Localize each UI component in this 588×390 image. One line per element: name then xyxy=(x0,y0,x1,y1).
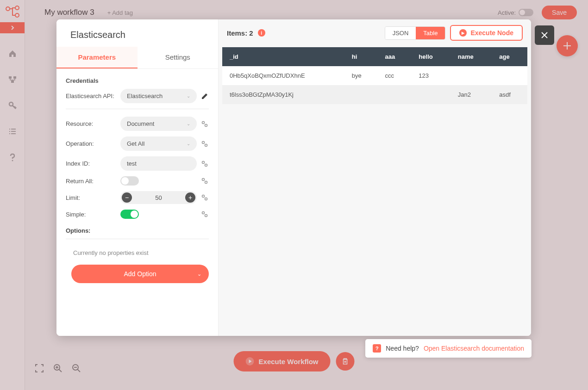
table-cell: asdf xyxy=(492,85,527,104)
table-cell: Jan2 xyxy=(450,85,492,104)
chevron-down-icon: ⌄ xyxy=(187,141,190,146)
return-all-gear-icon[interactable] xyxy=(200,178,209,184)
help-icon: ? xyxy=(373,344,381,353)
options-label: Options: xyxy=(66,227,209,234)
column-header: hello xyxy=(411,47,450,66)
svg-point-26 xyxy=(202,141,205,143)
chevron-down-icon: ⌄ xyxy=(187,121,190,126)
return-all-label: Return All: xyxy=(66,178,117,185)
operation-value: Get All xyxy=(127,140,144,147)
limit-decrement-button[interactable]: − xyxy=(122,192,132,203)
operation-gear-icon[interactable] xyxy=(200,141,209,147)
table-cell xyxy=(450,66,492,85)
view-toggle: JSON Table xyxy=(385,26,446,40)
tab-settings[interactable]: Settings xyxy=(138,47,219,68)
table-cell xyxy=(344,85,378,104)
items-count-label: Items: 2 xyxy=(227,29,253,37)
svg-point-24 xyxy=(202,121,205,124)
tabs: Parameters Settings xyxy=(56,47,218,69)
output-panel: Items: 2 i JSON Table ▶ Execute Node _id… xyxy=(219,19,531,336)
column-header: aaa xyxy=(378,47,412,66)
help-link[interactable]: Open Elasticsearch documentation xyxy=(424,345,524,352)
table-cell xyxy=(411,85,450,104)
output-table: _id hi aaa hello name age 0Hb5qXoBQxmOZf… xyxy=(222,47,527,104)
svg-point-25 xyxy=(205,124,207,126)
help-text: Need help? xyxy=(386,345,419,352)
index-id-input[interactable]: test xyxy=(120,156,197,171)
parameters-panel: Elasticsearch Parameters Settings Creden… xyxy=(56,19,219,336)
column-header: _id xyxy=(222,47,344,66)
resource-gear-icon[interactable] xyxy=(200,121,209,127)
limit-input[interactable]: − 50 + xyxy=(120,191,197,204)
svg-point-28 xyxy=(202,161,205,163)
chevron-down-icon: ⌄ xyxy=(187,93,190,99)
svg-point-34 xyxy=(202,212,205,214)
simple-label: Simple: xyxy=(66,211,117,218)
credentials-api-label: Elasticsearch API: xyxy=(66,93,117,99)
no-properties-text: Currently no properties exist xyxy=(66,247,209,262)
svg-point-29 xyxy=(205,164,207,166)
limit-gear-icon[interactable] xyxy=(200,194,209,201)
tab-parameters[interactable]: Parameters xyxy=(56,47,138,68)
credentials-api-value: Elasticsearch xyxy=(127,93,163,99)
table-row: 0Hb5qXoBQxmOZfUDXhnE bye ccc 123 xyxy=(222,66,527,85)
svg-point-32 xyxy=(202,195,205,198)
table-cell: 0Hb5qXoBQxmOZfUDXhnE xyxy=(222,66,344,85)
table-cell xyxy=(378,85,412,104)
table-cell: ccc xyxy=(378,66,412,85)
add-option-button[interactable]: Add Option ⌄ xyxy=(71,265,209,283)
info-icon[interactable]: i xyxy=(258,29,265,37)
credentials-api-select[interactable]: Elasticsearch ⌄ xyxy=(120,89,197,103)
add-option-label: Add Option xyxy=(124,270,156,278)
node-modal: Elasticsearch Parameters Settings Creden… xyxy=(56,19,531,336)
edit-credentials-icon[interactable] xyxy=(200,93,209,99)
chevron-down-icon: ⌄ xyxy=(197,271,201,277)
node-title: Elasticsearch xyxy=(56,19,218,47)
resource-select[interactable]: Document ⌄ xyxy=(120,117,197,131)
index-id-gear-icon[interactable] xyxy=(200,161,209,167)
index-id-label: Index ID: xyxy=(66,160,117,167)
svg-point-30 xyxy=(202,179,205,181)
resource-value: Document xyxy=(127,120,154,127)
credentials-section-label: Credentials xyxy=(66,77,209,84)
table-cell: t6lss3oBGtZpMA30y1Kj xyxy=(222,85,344,104)
operation-select[interactable]: Get All ⌄ xyxy=(120,136,197,151)
execute-node-button[interactable]: ▶ Execute Node xyxy=(450,25,523,41)
column-header: hi xyxy=(344,47,378,66)
operation-label: Operation: xyxy=(66,140,117,147)
svg-point-31 xyxy=(205,181,207,184)
execute-node-label: Execute Node xyxy=(470,29,513,37)
view-table-button[interactable]: Table xyxy=(416,27,445,39)
limit-label: Limit: xyxy=(66,194,117,201)
limit-increment-button[interactable]: + xyxy=(185,192,195,203)
limit-value: 50 xyxy=(133,194,184,201)
svg-point-35 xyxy=(205,215,207,217)
play-icon: ▶ xyxy=(459,29,467,37)
help-box: ? Need help? Open Elasticsearch document… xyxy=(365,339,532,358)
column-header: name xyxy=(450,47,492,66)
view-json-button[interactable]: JSON xyxy=(385,27,416,39)
simple-gear-icon[interactable] xyxy=(200,211,209,217)
resource-label: Resource: xyxy=(66,120,117,127)
simple-toggle[interactable] xyxy=(120,210,139,219)
table-cell: 123 xyxy=(411,66,450,85)
return-all-toggle[interactable] xyxy=(120,176,139,186)
svg-point-27 xyxy=(205,144,207,146)
column-header: age xyxy=(492,47,527,66)
table-row: t6lss3oBGtZpMA30y1Kj Jan2 asdf xyxy=(222,85,527,104)
close-modal-button[interactable] xyxy=(535,25,554,45)
table-cell: bye xyxy=(344,66,378,85)
svg-point-33 xyxy=(205,198,207,200)
table-cell xyxy=(492,66,527,85)
